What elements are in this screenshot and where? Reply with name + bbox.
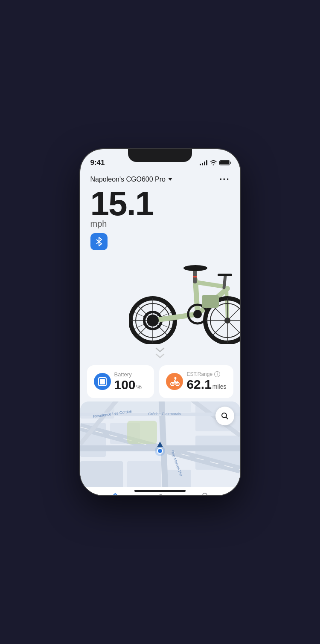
status-time: 9:41 xyxy=(90,159,105,167)
map-area[interactable]: Résidence Les Cordes Crèche Clairmarais … xyxy=(80,401,240,487)
svg-rect-33 xyxy=(100,379,105,384)
range-icon-circle xyxy=(166,373,183,390)
home-indicator xyxy=(134,490,186,492)
chevron-down-icon xyxy=(155,347,165,358)
header: Napoleon's CGO600 Pro ··· xyxy=(80,170,240,185)
speed-section: 15.1 mph xyxy=(80,185,240,250)
phone-shell: 9:41 Napoleon's CGO600 Pro xyxy=(80,149,240,495)
bluetooth-icon xyxy=(95,237,103,246)
battery-status-icon xyxy=(219,160,230,165)
bike-tab-icon xyxy=(154,492,166,495)
battery-icon-circle xyxy=(94,373,111,390)
svg-point-58 xyxy=(203,493,207,495)
tab-bike[interactable] xyxy=(147,491,173,495)
scroll-chevrons xyxy=(80,344,240,362)
signal-icon xyxy=(200,160,207,165)
bike-selector[interactable]: Napoleon's CGO600 Pro xyxy=(90,176,172,183)
svg-line-11 xyxy=(195,280,198,314)
notch xyxy=(128,149,192,162)
svg-point-28 xyxy=(193,310,202,318)
svg-rect-44 xyxy=(127,461,161,487)
tab-profile[interactable] xyxy=(192,491,218,495)
location-pin xyxy=(155,446,165,456)
svg-point-34 xyxy=(175,377,177,379)
more-options-button[interactable]: ··· xyxy=(219,174,230,185)
stats-row: Battery 100 % xyxy=(80,362,240,401)
profile-icon xyxy=(200,492,210,495)
range-unit: miles xyxy=(212,383,227,390)
status-icons xyxy=(200,160,230,165)
battery-unit: % xyxy=(137,384,142,390)
battery-card: Battery 100 % xyxy=(87,365,154,398)
info-icon[interactable]: i xyxy=(214,371,220,377)
bike-image-area xyxy=(80,250,240,344)
svg-line-12 xyxy=(195,282,223,286)
search-icon xyxy=(221,412,229,420)
svg-point-24 xyxy=(183,265,207,271)
bike-name: Napoleon's CGO600 Pro xyxy=(90,176,166,183)
bike-image xyxy=(129,259,240,344)
bike-illustration xyxy=(129,259,240,344)
tab-home[interactable]: Home xyxy=(102,491,128,495)
battery-label: Battery xyxy=(114,371,142,378)
battery-value: 100 xyxy=(114,378,136,392)
range-label-top: EST.Range i xyxy=(186,371,226,377)
svg-point-21 xyxy=(224,318,230,323)
map-street-label-2: Crèche Clairmarais xyxy=(148,412,181,416)
cyclist-icon xyxy=(169,376,180,387)
home-icon xyxy=(110,492,121,495)
svg-rect-25 xyxy=(193,276,197,277)
dropdown-arrow-icon xyxy=(168,178,172,181)
phone-screen: 9:41 Napoleon's CGO600 Pro xyxy=(80,149,240,495)
svg-rect-30 xyxy=(202,295,219,308)
bluetooth-badge[interactable] xyxy=(90,233,108,250)
svg-line-26 xyxy=(224,276,225,288)
navigation-arrow-icon xyxy=(157,442,163,447)
svg-line-51 xyxy=(226,417,228,419)
svg-rect-49 xyxy=(127,421,157,444)
speed-value: 15.1 xyxy=(90,187,230,221)
svg-rect-43 xyxy=(80,461,123,487)
battery-full-icon xyxy=(98,376,107,387)
svg-point-22 xyxy=(147,315,159,326)
range-card: EST.Range i 62.1 miles xyxy=(159,365,233,398)
wifi-icon xyxy=(210,160,217,165)
map-search-button[interactable] xyxy=(215,407,234,425)
svg-rect-48 xyxy=(80,401,191,412)
range-value: 62.1 xyxy=(186,377,211,392)
